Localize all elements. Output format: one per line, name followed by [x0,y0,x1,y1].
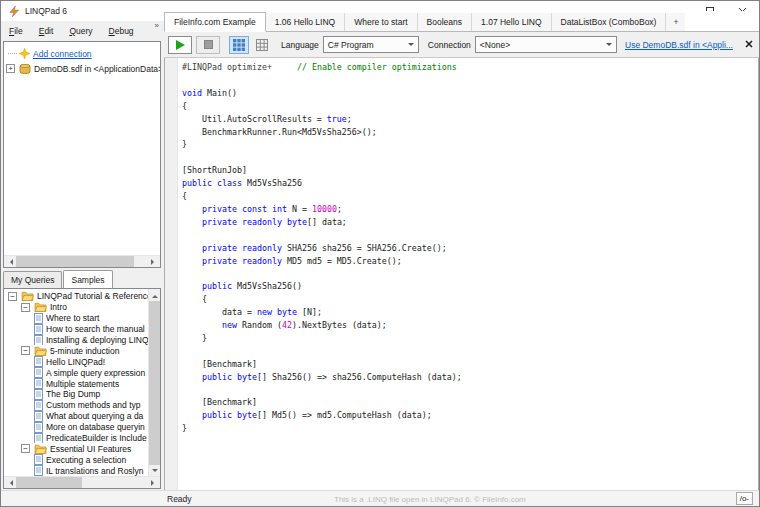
rich-grid-icon [233,39,245,51]
document-icon [34,313,43,324]
new-tab-button[interactable]: + [666,13,685,31]
scroll-up-icon [152,292,158,298]
editor-tab-where-to-start[interactable]: Where to start [345,13,417,31]
document-icon [34,389,43,400]
execute-button[interactable] [168,36,192,54]
editor-tab-strip: FileInfo.com Example1.06 Hello LINQWhere… [164,11,759,32]
expand-plus-icon[interactable]: + [6,64,15,73]
tree-item-label: Hello LINQPad! [46,357,105,367]
status-watermark-text: This is a .LINQ file open in LINQPad 6. … [334,495,526,504]
database-tree-item[interactable]: + DemoDB.sdf in <ApplicationData>\L [4,61,160,76]
tree-item-multiple-statements[interactable]: Multiple statements [4,378,148,389]
collapse-minus-icon[interactable]: − [21,346,30,355]
scrollbar-thumb[interactable] [16,256,134,268]
tree-folder-5-minute-induction[interactable]: −5-minute induction [4,345,148,356]
stop-button[interactable] [196,36,220,54]
editor-tab-booleans[interactable]: Booleans [418,13,472,31]
tree-item-what-about-querying-a-da[interactable]: What about querying a da [4,411,148,422]
menu-query[interactable]: Query [61,23,100,39]
code-line: public byte[] Md5() => md5.ComputeHash (… [182,409,462,422]
samples-panel: −LINQPad Tutorial & Reference−IntroWhere… [3,288,161,489]
code-line: public byte[] Sha256() => sha256.Compute… [182,371,462,384]
tree-item-more-on-database-queryin[interactable]: More on database queryin [4,422,148,433]
tree-item-label: Installing & deploying LINQ [46,335,148,345]
scrollbar-thumb[interactable] [149,301,161,465]
tree-item-hello-linqpad-[interactable]: Hello LINQPad! [4,356,148,367]
tab-my-queries[interactable]: My Queries [3,271,62,288]
scroll-right-icon [151,259,157,265]
document-icon [34,411,43,422]
use-demodb-link[interactable]: Use DemoDB.sdf in <Appli... [625,40,737,50]
code-line: private readonly SHA256 sha256 = SHA256.… [182,242,462,255]
tree-item-how-to-search-the-manual[interactable]: How to search the manual [4,324,148,335]
tree-folder-linqpad-tutorial-reference[interactable]: −LINQPad Tutorial & Reference [4,291,148,302]
tree-folder-essential-ui-features[interactable]: −Essential UI Features [4,443,148,454]
tree-item-label: IL translations and Roslyn [46,466,144,476]
document-icon [34,335,43,346]
code-content[interactable]: #LINQPad optimize+ // Enable compiler op… [178,58,462,490]
data-grid-toggle[interactable] [252,36,272,54]
tree-folder-intro[interactable]: −Intro [4,302,148,313]
close-icon [745,40,753,48]
chevron-down-icon [606,43,612,49]
menu-debug[interactable]: Debug [101,23,142,39]
language-label: Language [281,40,319,50]
document-icon [34,400,43,411]
connection-value: <None> [480,40,510,50]
status-activity-button[interactable]: /o- [736,492,753,505]
connections-horizontal-scrollbar[interactable] [4,255,160,267]
collapse-minus-icon[interactable]: − [21,303,30,312]
tree-item-custom-methods-and-typ[interactable]: Custom methods and typ [4,400,148,411]
language-dropdown[interactable]: C# Program [323,36,419,53]
document-icon [34,324,43,335]
tree-item-installing-deploying-linq[interactable]: Installing & deploying LINQ [4,335,148,346]
code-line: public class Md5VsSha256 [182,177,462,190]
linqpad-window: LINQPad 6 FileEditQueryDebug» Add connec… [0,0,760,507]
database-icon [19,64,31,74]
tree-item-the-big-dump[interactable]: The Big Dump [4,389,148,400]
tab-samples[interactable]: Samples [63,270,112,288]
connection-dropdown[interactable]: <None> [475,36,617,53]
code-line [182,151,462,164]
add-connection-item[interactable]: Add connection [4,46,160,61]
code-line: BenchmarkRunner.Run<Md5VsSha256>(); [182,126,462,139]
editor-tab-1-06-hello-linq[interactable]: 1.06 Hello LINQ [266,13,345,31]
tree-item-label: The Big Dump [46,389,100,399]
rich-results-toggle[interactable] [229,36,249,54]
code-line: { [182,293,462,306]
code-editor[interactable]: #LINQPad optimize+ // Enable compiler op… [164,58,759,490]
tree-item-il-translations-and-roslyn[interactable]: IL translations and Roslyn [4,465,148,476]
document-icon [34,465,43,476]
tree-item-label: Where to start [46,313,99,323]
samples-horizontal-scrollbar[interactable] [4,476,160,488]
code-line: } [182,332,462,345]
tree-item-label: Multiple statements [46,379,119,389]
chevron-down-icon [408,43,414,49]
collapse-minus-icon[interactable]: − [8,292,17,301]
collapse-minus-icon[interactable]: − [21,444,30,453]
close-panel-button[interactable] [745,40,753,50]
tree-item-where-to-start[interactable]: Where to start [4,313,148,324]
tree-item-predicatebuilder-is-include[interactable]: PredicateBuilder is Include [4,433,148,444]
editor-tab-1-07-hello-linq[interactable]: 1.07 Hello LINQ [472,13,551,31]
menu-overflow-icon[interactable]: » [155,21,159,30]
menu-file[interactable]: File [1,23,31,39]
code-line: { [182,100,462,113]
tree-item-executing-a-selection[interactable]: Executing a selection [4,454,148,465]
menu-edit[interactable]: Edit [31,23,62,39]
scrollbar-thumb[interactable] [16,477,82,489]
editor-tab-datalistbox-combobox-[interactable]: DataListBox (ComboBox) [552,13,667,31]
code-line: Util.AutoScrollResults = true; [182,113,462,126]
tree-item-label: Essential UI Features [50,444,131,454]
tree-item-a-simple-query-expression[interactable]: A simple query expression [4,367,148,378]
document-icon [34,367,43,378]
code-line: public Md5VsSha256() [182,280,462,293]
status-ready-text: Ready [167,494,192,504]
tree-guide [8,53,17,54]
code-line [182,74,462,87]
tree-item-label: Executing a selection [46,455,126,465]
samples-vertical-scrollbar[interactable] [148,289,160,478]
add-connection-link[interactable]: Add connection [33,49,92,59]
editor-tab-fileinfo-com-example[interactable]: FileInfo.com Example [164,12,266,32]
code-line: private const int N = 10000; [182,203,462,216]
